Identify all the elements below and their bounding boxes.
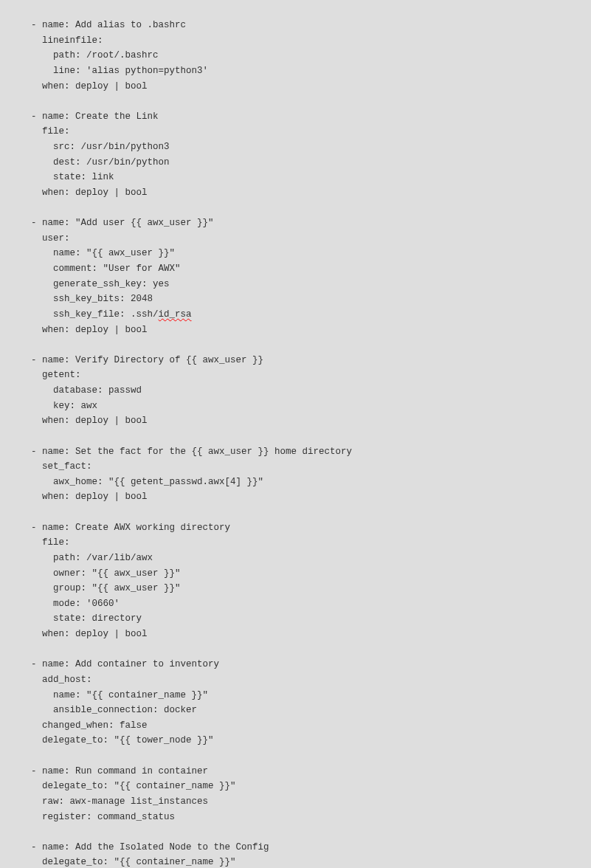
spell-error: id_rsa (159, 309, 192, 320)
code-block: - name: Add alias to .bashrc lineinfile:… (0, 0, 591, 868)
